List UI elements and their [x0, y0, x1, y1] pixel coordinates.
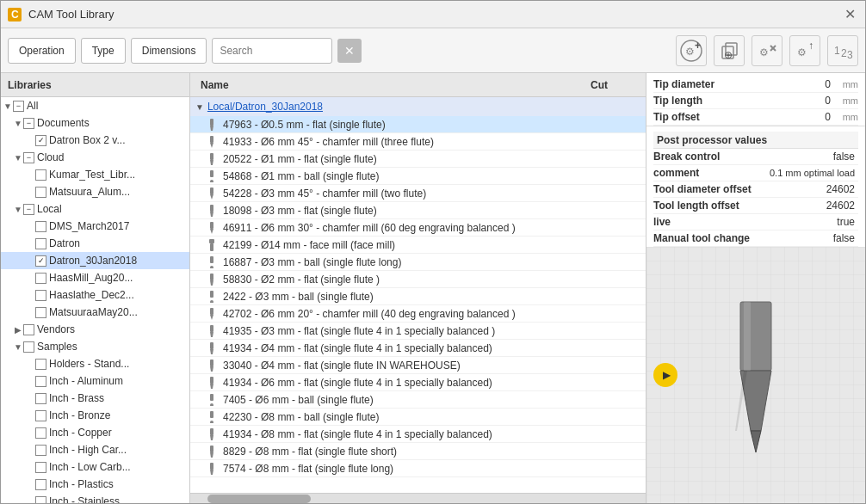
list-item[interactable]: 42702 - Ø6 mm 20° - chamfer mill (40 deg… [190, 305, 646, 323]
checkbox-all[interactable] [13, 101, 24, 112]
list-item[interactable]: 7405 - Ø6 mm - ball (single flute) [190, 391, 646, 409]
list-item[interactable]: 42230 - Ø8 mm - ball (single flute) [190, 409, 646, 426]
tool-item-text-6: 18098 - Ø3 mm - flat (single flute) [223, 205, 646, 217]
tree-arrow-samples[interactable]: ▼ [13, 342, 23, 352]
tree-item-inch-high-car[interactable]: ▶ Inch - High Car... [1, 441, 189, 458]
horizontal-scrollbar[interactable] [190, 493, 646, 503]
tree-item-datron[interactable]: ▶ Datron [1, 235, 189, 252]
checkbox-inch-bronze[interactable] [35, 410, 46, 421]
checkbox-haasmill[interactable] [35, 273, 46, 284]
list-item[interactable]: 41935 - Ø3 mm - flat (single flute 4 in … [190, 323, 646, 340]
tree-item-kumar[interactable]: ▶ Kumar_Test_Libr... [1, 166, 189, 183]
list-item[interactable]: 16887 - Ø3 mm - ball (single flute long) [190, 254, 646, 271]
tree-item-cloud[interactable]: ▼ Cloud [1, 149, 189, 166]
list-item[interactable]: 58830 - Ø2 mm - flat (single flute ) [190, 271, 646, 288]
tree-item-matsuura-may[interactable]: ▶ MatsuuraaMay20... [1, 304, 189, 321]
tree-item-inch-brass[interactable]: ▶ Inch - Brass [1, 390, 189, 407]
tree-item-dms[interactable]: ▶ DMS_March2017 [1, 218, 189, 235]
tree-item-inch-bronze[interactable]: ▶ Inch - Bronze [1, 407, 189, 424]
checkbox-matsuura-alum[interactable] [35, 187, 46, 198]
checkbox-inch-brass[interactable] [35, 393, 46, 404]
checkbox-vendors[interactable] [23, 324, 34, 335]
checkbox-datron-box[interactable] [35, 135, 46, 146]
checkbox-cloud[interactable] [23, 152, 34, 163]
checkbox-local[interactable] [23, 204, 34, 215]
list-item[interactable]: 41934 - Ø4 mm - flat (single flute 4 in … [190, 340, 646, 357]
tree-item-holders[interactable]: ▶ Holders - Stand... [1, 355, 189, 372]
checkbox-holders[interactable] [35, 359, 46, 370]
close-button[interactable]: ✕ [841, 6, 858, 23]
tree-item-inch-low-carb[interactable]: ▶ Inch - Low Carb... [1, 458, 189, 476]
tree-item-haaslathe[interactable]: ▶ Haaslathe_Dec2... [1, 286, 189, 304]
tree-item-samples[interactable]: ▼ Samples [1, 338, 189, 355]
list-item[interactable]: 41933 - Ø6 mm 45° - chamfer mill (three … [190, 133, 646, 151]
properties-section: Tip diameter 0 mm Tip length 0 mm Tip of… [646, 73, 865, 126]
list-item[interactable]: 20522 - Ø1 mm - flat (single flute) [190, 151, 646, 168]
play-button[interactable] [653, 363, 677, 387]
window-title: CAM Tool Library [28, 8, 114, 21]
svg-marker-25 [210, 194, 213, 200]
svg-text:↑: ↑ [808, 40, 813, 52]
list-item[interactable]: 18098 - Ø3 mm - flat (single flute) [190, 202, 646, 219]
list-item[interactable]: 7574 - Ø8 mm - flat (single flute long) [190, 460, 646, 477]
list-item[interactable]: 41934 - Ø8 mm - flat (single flute 4 in … [190, 426, 646, 443]
checkbox-inch-copper[interactable] [35, 427, 46, 439]
tool-diameter-offset-value: 24602 [789, 183, 858, 195]
tree-item-datron-box[interactable]: ▶ Datron Box 2 v... [1, 132, 189, 149]
dimensions-button[interactable]: Dimensions [131, 38, 207, 64]
list-section-header[interactable]: ▼ Local/Datron_30Jan2018 [190, 97, 646, 116]
tree-item-matsuura-alum[interactable]: ▶ Matsuura_Alum... [1, 183, 189, 200]
checkbox-datron-30jan[interactable] [35, 255, 46, 267]
delete-tool-icon[interactable]: ⚙ [752, 35, 782, 66]
list-item[interactable]: 54868 - Ø1 mm - ball (single flute) [190, 168, 646, 185]
checkbox-inch-plastics[interactable] [35, 479, 46, 490]
list-item[interactable]: 41934 - Ø6 mm - flat (single flute 4 in … [190, 374, 646, 391]
checkbox-inch-stainless[interactable] [35, 496, 46, 504]
tree-item-vendors[interactable]: ▶ Vendors [1, 321, 189, 338]
tree-item-inch-copper[interactable]: ▶ Inch - Copper [1, 424, 189, 441]
checkbox-documents[interactable] [23, 118, 34, 129]
checkbox-kumar[interactable] [35, 169, 46, 181]
list-item[interactable]: 54228 - Ø3 mm 45° - chamfer mill (two fl… [190, 185, 646, 202]
checkbox-inch-high-car[interactable] [35, 445, 46, 456]
tree-item-inch-aluminum[interactable]: ▶ Inch - Aluminum [1, 372, 189, 390]
checkbox-datron[interactable] [35, 238, 46, 249]
checkbox-inch-low-carb[interactable] [35, 462, 46, 473]
list-item[interactable]: 47963 - Ø0.5 mm - flat (single flute) [190, 116, 646, 133]
tree-item-inch-plastics[interactable]: ▶ Inch - Plastics [1, 476, 189, 493]
operation-button[interactable]: Operation [8, 38, 76, 64]
tree-label-inch-plastics: Inch - Plastics [49, 478, 114, 490]
tree-arrow-all[interactable]: ▼ [3, 101, 13, 111]
tip-diameter-label: Tip diameter [653, 78, 765, 90]
add-tool-icon[interactable]: ⚙ + [676, 35, 707, 66]
tree-item-documents[interactable]: ▼ Documents [1, 114, 189, 132]
list-item[interactable]: 33040 - Ø4 mm - flat (single flute IN WA… [190, 357, 646, 374]
list-item[interactable]: 8829 - Ø8 mm - flat (single flute short) [190, 443, 646, 460]
svg-marker-41 [210, 332, 213, 337]
tree-arrow-cloud[interactable]: ▼ [13, 153, 23, 163]
tree-arrow-local[interactable]: ▼ [13, 205, 23, 214]
tree-item-all[interactable]: ▼ All [1, 97, 189, 114]
tree-item-datron-30jan[interactable]: ▶ Datron_30Jan2018 [1, 252, 189, 269]
duplicate-icon[interactable]: ⊕ [714, 35, 745, 66]
checkbox-matsuura-may[interactable] [35, 307, 46, 318]
checkbox-samples[interactable] [23, 341, 34, 353]
search-input[interactable] [212, 38, 332, 64]
list-item[interactable]: 42199 - Ø14 mm - face mill (face mill) [190, 237, 646, 254]
import-icon[interactable]: ⚙ ↑ [789, 35, 820, 66]
checkbox-dms[interactable] [35, 221, 46, 232]
scrollbar-thumb[interactable] [207, 495, 311, 503]
tree-arrow-documents[interactable]: ▼ [13, 119, 23, 128]
checkbox-haaslathe[interactable] [35, 290, 46, 301]
search-clear-button[interactable]: ✕ [337, 39, 362, 63]
tree-item-inch-stainless[interactable]: ▶ Inch - Stainless ... [1, 493, 189, 503]
type-button[interactable]: Type [81, 38, 126, 64]
tool-icon-2 [204, 134, 220, 150]
tree-arrow-vendors[interactable]: ▶ [13, 325, 23, 335]
tree-item-local[interactable]: ▼ Local [1, 200, 189, 218]
list-item[interactable]: 2422 - Ø3 mm - ball (single flute) [190, 288, 646, 305]
list-item[interactable]: 46911 - Ø6 mm 30° - chamfer mill (60 deg… [190, 219, 646, 237]
checkbox-inch-aluminum[interactable] [35, 376, 46, 387]
tree-item-haasmill[interactable]: ▶ HaasMill_Aug20... [1, 269, 189, 286]
numbering-icon[interactable]: 1 2 3 [827, 35, 858, 66]
